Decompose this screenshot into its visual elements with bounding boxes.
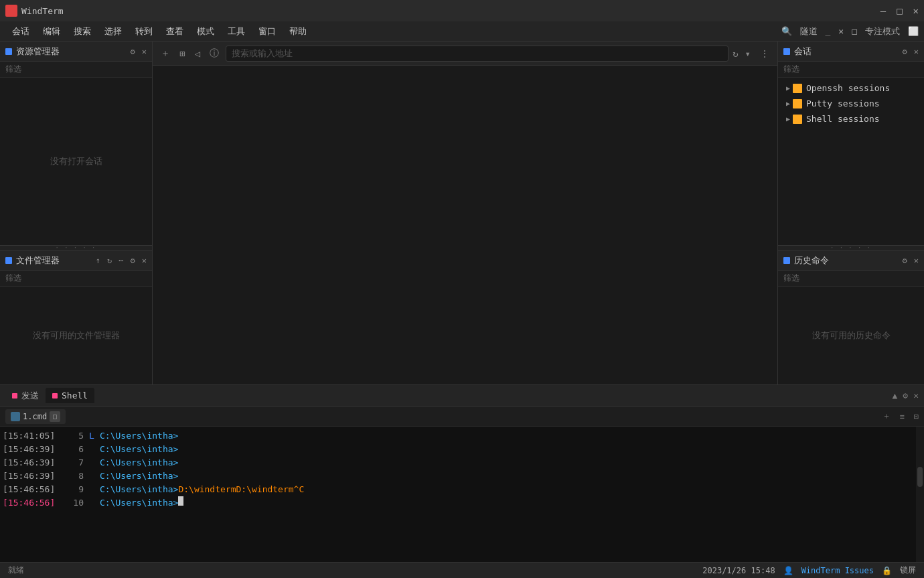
- sessions-title: 会话: [794, 46, 903, 58]
- history-title: 历史命令: [794, 255, 903, 267]
- nav-split-icon[interactable]: ⊞: [177, 47, 187, 60]
- shell-session-item[interactable]: ▶ Shell sessions: [778, 111, 924, 127]
- refresh-button[interactable]: ↻: [733, 48, 738, 59]
- shell-label: Shell sessions: [806, 114, 880, 124]
- menu-goto[interactable]: 转到: [129, 23, 159, 40]
- menu-tools[interactable]: 工具: [221, 23, 252, 40]
- history-close-button[interactable]: ✕: [914, 256, 919, 265]
- maximize-button[interactable]: □: [897, 5, 902, 16]
- term-time-4: [15:46:39]: [3, 469, 60, 483]
- scroll-up-icon[interactable]: ▲: [893, 390, 898, 401]
- new-tab-icon[interactable]: ＋: [158, 46, 173, 61]
- right-resize-handle[interactable]: · · · · ·: [778, 245, 924, 250]
- nav-prev-icon[interactable]: ◁: [191, 47, 202, 60]
- openssh-folder-icon: [793, 84, 802, 93]
- close-button[interactable]: ✕: [913, 5, 919, 16]
- history-body: 没有可用的历史命令: [778, 287, 924, 384]
- term-prompt-3: C:\Users\intha>: [100, 456, 178, 469]
- search-icon[interactable]: 🔍: [781, 26, 792, 36]
- sessions-header: 会话 ⚙ ✕: [778, 42, 924, 62]
- menu-mode[interactable]: 模式: [190, 23, 221, 40]
- status-lock-label[interactable]: 锁屏: [900, 565, 916, 576]
- openssh-session-item[interactable]: ▶ Openssh sessions: [778, 80, 924, 96]
- resource-manager-title: 资源管理器: [16, 46, 131, 58]
- scroll-thumb[interactable]: [917, 467, 923, 487]
- menu-edit[interactable]: 编辑: [36, 23, 67, 40]
- menu-select[interactable]: 选择: [98, 23, 129, 40]
- close-resource-manager-button[interactable]: ✕: [142, 47, 147, 56]
- tunnel-button[interactable]: 隧道: [800, 25, 818, 38]
- refresh-icon[interactable]: ↻: [107, 256, 112, 265]
- address-bar: ＋ ⊞ ◁ ⓘ ↻ ▾ ⋮: [153, 42, 777, 66]
- terminal-line-5: [15:46:56] 9 C:\Users\intha> D:\windterm…: [0, 483, 916, 496]
- addr-more[interactable]: ⋮: [757, 47, 772, 60]
- title-bar: WindTerm — □ ✕: [0, 0, 924, 21]
- send-tab[interactable]: 发送: [5, 387, 46, 405]
- file-manager-panel: 文件管理器 ↑ ↻ ⋯ ⚙ ✕ 筛选 没有可用的文件管理器: [0, 250, 152, 384]
- layout-icon[interactable]: ⬜: [908, 26, 919, 36]
- sessions-dot: [783, 48, 790, 55]
- term-lineno-4: 8: [60, 469, 84, 483]
- terminal-line-2: [15:46:39] 6 C:\Users\intha>: [0, 443, 916, 456]
- openssh-arrow-icon: ▶: [786, 84, 790, 92]
- terminal-line-6: [15:46:56] 10 C:\Users\intha>: [0, 496, 916, 510]
- settings-fm-icon[interactable]: ⚙: [131, 256, 135, 265]
- menu-window[interactable]: 窗口: [252, 23, 283, 40]
- status-user-icon: 👤: [783, 566, 793, 575]
- history-settings-icon[interactable]: ⚙: [903, 256, 907, 265]
- status-lock-icon: 🔒: [882, 566, 892, 575]
- resource-manager-panel: 资源管理器 ⚙ ✕ 筛选 没有打开会话: [0, 42, 152, 245]
- resource-manager-header: 资源管理器 ⚙ ✕: [0, 42, 152, 62]
- terminal-session-close-btn[interactable]: □: [50, 411, 60, 422]
- sessions-settings-icon[interactable]: ⚙: [903, 47, 907, 56]
- close-fm-button[interactable]: ✕: [142, 256, 147, 265]
- bottom-settings-icon[interactable]: ⚙: [903, 390, 908, 401]
- shell-folder-icon: [793, 115, 802, 124]
- term-lineno-5: 9: [60, 483, 84, 496]
- left-resize-handle[interactable]: · · · · ·: [0, 245, 152, 250]
- term-time-6: [15:46:56]: [3, 496, 60, 510]
- send-tab-dot: [12, 393, 17, 399]
- terminal-session-icon: [11, 412, 20, 421]
- shell-tab[interactable]: Shell: [46, 388, 94, 403]
- terminal-lines-area: [15:41:05] 5 L C:\Users\intha> [15:46:39…: [0, 427, 924, 562]
- address-input[interactable]: [226, 46, 728, 62]
- minimize-button[interactable]: —: [880, 5, 886, 16]
- menu-help[interactable]: 帮助: [283, 23, 313, 40]
- settings-icon[interactable]: ⚙: [131, 47, 135, 56]
- terminal-session-tab[interactable]: 1.cmd □: [5, 409, 66, 424]
- terminal-output: [15:41:05] 5 L C:\Users\intha> [15:46:39…: [0, 427, 916, 562]
- terminal-expand-button[interactable]: ⊡: [914, 412, 919, 421]
- focus-mode-button[interactable]: 专注模式: [865, 25, 900, 38]
- terminal-add-button[interactable]: ＋: [882, 411, 891, 422]
- status-datetime: 2023/1/26 15:48: [702, 566, 775, 575]
- terminal-line-3: [15:46:39] 7 C:\Users\intha>: [0, 456, 916, 469]
- window-controls: — □ ✕: [880, 5, 919, 16]
- more-icon[interactable]: ⋯: [119, 256, 123, 265]
- resource-manager-actions: ⚙ ✕: [131, 47, 147, 56]
- menu-view[interactable]: 查看: [159, 23, 190, 40]
- putty-arrow-icon: ▶: [786, 100, 790, 107]
- center-panel: ＋ ⊞ ◁ ⓘ ↻ ▾ ⋮: [153, 42, 778, 384]
- addr-chevron[interactable]: ▾: [743, 47, 753, 60]
- putty-label: Putty sessions: [806, 98, 880, 109]
- terminal-more-button[interactable]: ≡: [900, 412, 905, 421]
- menu-search[interactable]: 搜索: [67, 23, 98, 40]
- terminal-container: 1.cmd □ ＋ ≡ ⊡ [15:41:05] 5 L C:\Users\in…: [0, 407, 924, 562]
- term-time-5: [15:46:56]: [3, 483, 60, 496]
- nav-info-icon[interactable]: ⓘ: [207, 46, 222, 61]
- terminal-scrollbar[interactable]: [916, 427, 924, 562]
- status-windterm-link[interactable]: WindTerm Issues: [801, 566, 874, 575]
- x-icon[interactable]: ✕: [838, 26, 844, 36]
- putty-session-item[interactable]: ▶ Putty sessions: [778, 96, 924, 111]
- term-lineno-3: 7: [60, 456, 84, 469]
- bottom-tab-controls: ▲ ⚙ ✕: [893, 390, 919, 401]
- menu-session[interactable]: 会话: [5, 23, 36, 40]
- term-time-3: [15:46:39]: [3, 456, 60, 469]
- sessions-close-button[interactable]: ✕: [914, 47, 919, 56]
- term-prompt-4: C:\Users\intha>: [100, 469, 178, 483]
- square-icon[interactable]: □: [852, 26, 857, 36]
- bottom-close-button[interactable]: ✕: [913, 390, 919, 401]
- upload-icon[interactable]: ↑: [96, 256, 100, 265]
- underscore-icon[interactable]: _: [826, 26, 831, 36]
